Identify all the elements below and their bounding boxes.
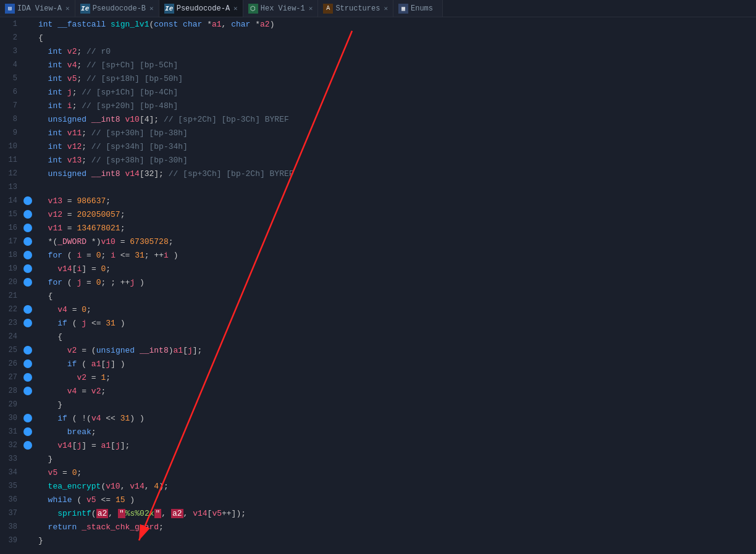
no-bp-6	[23, 88, 32, 96]
line-num-4: 4	[0, 61, 23, 69]
tab-ida-view-a[interactable]: ▤ IDA View-A ✕	[0, 0, 75, 17]
tab-close-pseudo-a[interactable]: ✕	[233, 4, 238, 12]
code-content-1[interactable]: int __fastcall sign_lv1(const char *a1, …	[35, 20, 756, 29]
code-content-20[interactable]: for ( j = 0; ; ++j )	[35, 278, 756, 287]
pseudo-b-icon: Ie	[80, 4, 90, 14]
code-content-19[interactable]: v14[i] = 0;	[35, 264, 756, 274]
tab-structures[interactable]: A Structures ✕	[318, 0, 393, 17]
code-line-28: 28 v4 = v2;	[0, 384, 756, 398]
code-content-25[interactable]: v2 = (unsigned __int8)a1[j];	[35, 346, 756, 355]
code-content-27[interactable]: v2 = 1;	[35, 373, 756, 382]
code-content-35[interactable]: tea_encrypt(v10, v14, 4);	[35, 482, 756, 491]
code-content-16[interactable]: v11 = 134678021;	[35, 224, 756, 233]
struct-icon: A	[323, 4, 333, 14]
code-content-39[interactable]: }	[35, 536, 756, 545]
code-content-38[interactable]: return _stack_chk_guard;	[35, 523, 756, 532]
tab-pseudocode-b[interactable]: Ie Pseudocode-B ✕	[75, 0, 159, 17]
line-num-29: 29	[0, 400, 23, 409]
tab-close-hex[interactable]: ✕	[309, 4, 313, 12]
code-content-24[interactable]: {	[35, 332, 756, 342]
bp-28[interactable]	[23, 387, 32, 395]
tab-close-ida[interactable]: ✕	[65, 4, 70, 12]
bp-18[interactable]	[23, 251, 32, 259]
bp-16[interactable]	[23, 224, 32, 232]
bp-27[interactable]	[23, 373, 32, 382]
bp-17[interactable]	[23, 237, 32, 246]
code-line-5: 5 int v5; // [sp+18h] [bp-50h]	[0, 72, 756, 85]
code-content-21[interactable]: {	[35, 292, 756, 301]
bp-22[interactable]	[23, 305, 32, 314]
code-content-4[interactable]: int v4; // [sp+Ch] [bp-5Ch]	[35, 61, 756, 70]
code-content-33[interactable]: }	[35, 455, 756, 464]
code-area: 1 int __fastcall sign_lv1(const char *a1…	[0, 17, 756, 554]
code-line-13: 13	[0, 180, 756, 194]
code-line-19: 19 v14[i] = 0;	[0, 262, 756, 275]
code-line-6: 6 int j; // [sp+1Ch] [bp-4Ch]	[0, 85, 756, 99]
line-num-10: 10	[0, 142, 23, 151]
no-bp-35	[23, 482, 32, 490]
code-content-15[interactable]: v12 = 202050057;	[35, 210, 756, 219]
code-line-34: 34 v5 = 0;	[0, 466, 756, 479]
code-content-18[interactable]: for ( i = 0; i <= 31; ++i )	[35, 251, 756, 260]
bp-15[interactable]	[23, 210, 32, 219]
code-content-37[interactable]: sprintf(a2, "%s%02x", a2, v14[v5++]);	[35, 509, 756, 518]
no-bp-11	[23, 156, 32, 164]
code-content-5[interactable]: int v5; // [sp+18h] [bp-50h]	[35, 74, 756, 83]
code-content-26[interactable]: if ( a1[j] )	[35, 359, 756, 369]
no-bp-10	[23, 142, 32, 151]
code-line-20: 20 for ( j = 0; ; ++j )	[0, 275, 756, 289]
bp-20[interactable]	[23, 278, 32, 287]
code-content-28[interactable]: v4 = v2;	[35, 387, 756, 396]
code-content-6[interactable]: int j; // [sp+1Ch] [bp-4Ch]	[35, 88, 756, 97]
code-content-14[interactable]: v13 = 986637;	[35, 196, 756, 206]
line-num-33: 33	[0, 455, 23, 463]
code-content-22[interactable]: v4 = 0;	[35, 305, 756, 314]
bp-26[interactable]	[23, 359, 32, 368]
code-line-3: 3 int v2; // r0	[0, 44, 756, 58]
line-num-35: 35	[0, 482, 23, 490]
bp-32[interactable]	[23, 441, 32, 450]
code-content-12[interactable]: unsigned __int8 v14[32]; // [sp+3Ch] [bp…	[35, 169, 756, 178]
code-content-36[interactable]: while ( v5 <= 15 )	[35, 495, 756, 505]
bp-30[interactable]	[23, 414, 32, 422]
code-line-32: 32 v14[j] = a1[j];	[0, 439, 756, 452]
code-line-22: 22 v4 = 0;	[0, 303, 756, 316]
tab-pseudocode-a[interactable]: Ie Pseudocode-A ✕	[159, 0, 243, 17]
code-content-34[interactable]: v5 = 0;	[35, 468, 756, 477]
tab-close-pseudo-b[interactable]: ✕	[149, 4, 154, 12]
code-line-17: 17 *(_DWORD *)v10 = 67305728;	[0, 235, 756, 248]
no-bp-29	[23, 400, 32, 409]
code-line-31: 31 break;	[0, 425, 756, 439]
code-content-31[interactable]: break;	[35, 427, 756, 437]
code-line-26: 26 if ( a1[j] )	[0, 357, 756, 371]
code-line-16: 16 v11 = 134678021;	[0, 221, 756, 235]
line-num-26: 26	[0, 359, 23, 368]
code-content-29[interactable]: }	[35, 400, 756, 409]
tab-hex-view-1[interactable]: ⬡ Hex View-1 ✕	[243, 0, 319, 17]
no-bp-4	[23, 61, 32, 69]
pseudo-a-icon: Ie	[164, 4, 174, 14]
tab-label-enums: Enums	[411, 4, 433, 13]
code-content-11[interactable]: int v13; // [sp+38h] [bp-30h]	[35, 156, 756, 165]
bp-14[interactable]	[23, 196, 32, 205]
no-bp-38	[23, 523, 32, 531]
code-content-9[interactable]: int v11; // [sp+30h] [bp-38h]	[35, 128, 756, 138]
bp-31[interactable]	[23, 427, 32, 436]
bp-19[interactable]	[23, 264, 32, 273]
code-content-3[interactable]: int v2; // r0	[35, 47, 756, 56]
tab-enums[interactable]: ▦ Enums	[393, 0, 443, 17]
tab-label-structures: Structures	[335, 4, 380, 13]
code-content-32[interactable]: v14[j] = a1[j];	[35, 441, 756, 450]
code-content-2[interactable]: {	[35, 33, 756, 43]
bp-25[interactable]	[23, 346, 32, 355]
code-content-10[interactable]: int v12; // [sp+34h] [bp-34h]	[35, 142, 756, 151]
code-line-35: 35 tea_encrypt(v10, v14, 4);	[0, 479, 756, 493]
code-content-23[interactable]: if ( j <= 31 )	[35, 319, 756, 328]
code-content-8[interactable]: unsigned __int8 v10[4]; // [sp+2Ch] [bp-…	[35, 115, 756, 124]
code-line-39: 39 }	[0, 534, 756, 547]
bp-23[interactable]	[23, 319, 32, 327]
tab-close-structures[interactable]: ✕	[384, 4, 388, 12]
code-content-17[interactable]: *(_DWORD *)v10 = 67305728;	[35, 237, 756, 246]
code-content-7[interactable]: int i; // [sp+20h] [bp-48h]	[35, 101, 756, 111]
code-content-30[interactable]: if ( !(v4 << 31) )	[35, 414, 756, 423]
